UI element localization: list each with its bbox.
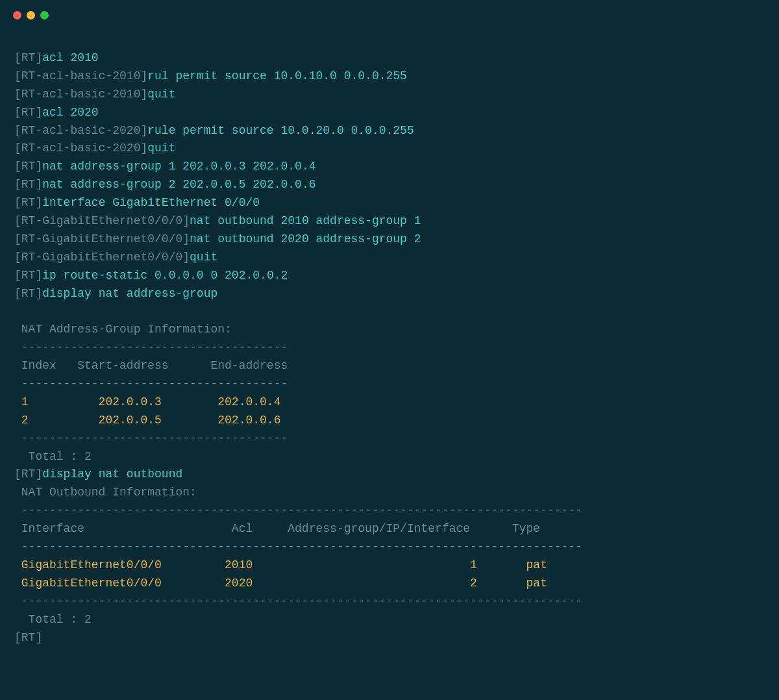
prompt: [RT]	[14, 178, 42, 191]
command-text: nat outbound 2020 address-group 2	[190, 232, 421, 245]
prompt: [RT]	[14, 160, 42, 173]
command-text: quit	[190, 251, 217, 264]
output-row: GigabitEthernet0/0/0 2020 2 pat	[14, 577, 547, 590]
command-text: acl 2020	[42, 106, 98, 119]
terminal-body[interactable]: [RT]acl 2010 [RT-acl-basic-2010]rul perm…	[0, 30, 779, 661]
prompt: [RT]	[14, 468, 42, 481]
command-text: display nat outbound	[42, 468, 182, 481]
titlebar	[0, 0, 779, 30]
command-text: quit	[147, 88, 175, 101]
prompt: [RT]	[14, 287, 42, 300]
output-header: Interface Acl Address-group/IP/Interface…	[14, 522, 540, 535]
close-icon[interactable]	[13, 11, 21, 19]
output-row: 2 202.0.0.5 202.0.0.6	[14, 414, 280, 427]
output-row: 1 202.0.0.3 202.0.0.4	[14, 395, 280, 408]
command-text: nat outbound 2010 address-group 1	[190, 214, 421, 227]
output-total: Total : 2	[14, 450, 92, 463]
prompt: [RT]	[14, 196, 42, 209]
output-divider: ----------------------------------------…	[14, 540, 582, 553]
prompt: [RT]	[14, 631, 42, 644]
output-title: NAT Outbound Information:	[14, 486, 197, 499]
prompt: [RT-GigabitEthernet0/0/0]	[14, 251, 190, 264]
output-divider: ----------------------------------------…	[14, 595, 582, 608]
prompt: [RT-GigabitEthernet0/0/0]	[14, 232, 190, 245]
command-text: rul permit source 10.0.10.0 0.0.0.255	[147, 69, 407, 82]
output-divider: --------------------------------------	[14, 432, 288, 445]
command-text: quit	[147, 142, 175, 155]
prompt: [RT-acl-basic-2020]	[14, 142, 147, 155]
command-text: ip route-static 0.0.0.0 0 202.0.0.2	[42, 269, 288, 282]
output-total: Total : 2	[14, 613, 92, 626]
prompt: [RT]	[14, 51, 42, 64]
zoom-icon[interactable]	[40, 11, 49, 19]
command-text: acl 2010	[42, 51, 98, 64]
command-text: nat address-group 1 202.0.0.3 202.0.0.4	[42, 160, 315, 173]
output-row: GigabitEthernet0/0/0 2010 1 pat	[14, 558, 547, 571]
prompt: [RT-acl-basic-2020]	[14, 124, 147, 137]
command-text: display nat address-group	[42, 287, 217, 300]
output-divider: ----------------------------------------…	[14, 504, 582, 517]
command-text: rule permit source 10.0.20.0 0.0.0.255	[147, 124, 414, 137]
prompt: [RT]	[14, 106, 42, 119]
command-text: interface GigabitEthernet 0/0/0	[42, 196, 260, 209]
prompt: [RT-acl-basic-2010]	[14, 88, 147, 101]
terminal-window: [RT]acl 2010 [RT-acl-basic-2010]rul perm…	[0, 0, 779, 700]
output-header: Index Start-address End-address	[14, 359, 288, 372]
command-text: nat address-group 2 202.0.0.5 202.0.0.6	[42, 178, 315, 191]
minimize-icon[interactable]	[27, 11, 35, 19]
prompt: [RT]	[14, 269, 42, 282]
prompt: [RT-GigabitEthernet0/0/0]	[14, 214, 190, 227]
prompt: [RT-acl-basic-2010]	[14, 69, 147, 82]
output-divider: --------------------------------------	[14, 341, 288, 354]
output-title: NAT Address-Group Information:	[14, 323, 232, 336]
output-divider: --------------------------------------	[14, 377, 288, 390]
